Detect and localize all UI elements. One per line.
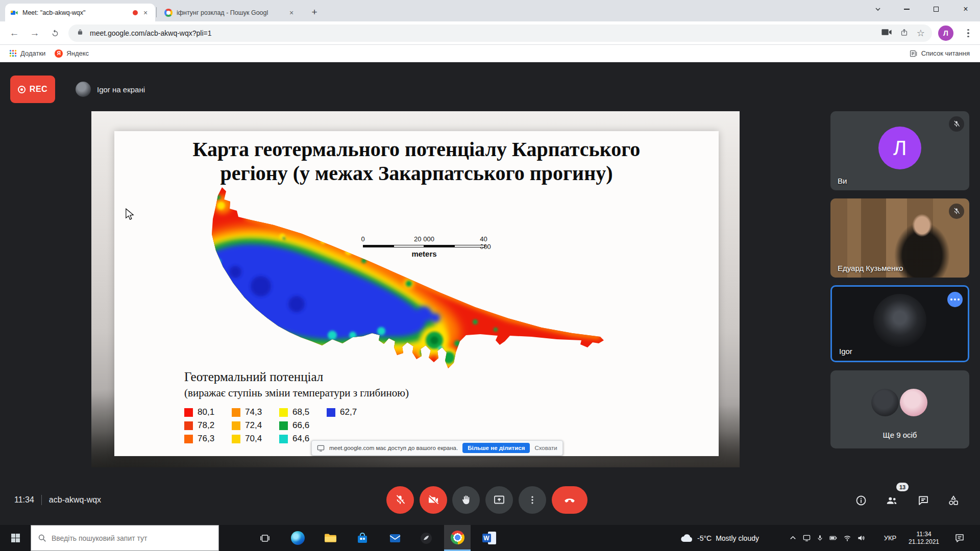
legend-swatch <box>184 435 193 443</box>
screen-icon <box>317 444 325 452</box>
bookmark-yandex[interactable]: Я Яндекс <box>55 49 89 58</box>
tab-search-chevron-icon[interactable] <box>866 0 890 18</box>
bookmark-star-icon[interactable]: ☆ <box>917 29 925 38</box>
window-maximize-button[interactable] <box>924 0 948 18</box>
clock-date: 21.12.2021 <box>909 538 939 546</box>
legend-item: 62,7 <box>327 406 374 419</box>
omnibox[interactable]: ☆ <box>68 24 932 42</box>
folder-icon <box>324 531 337 545</box>
participant-tile-overflow[interactable]: Ще 9 осіб <box>830 370 969 448</box>
url-input[interactable] <box>90 29 877 37</box>
tray-chevron-icon[interactable] <box>789 534 797 542</box>
tab-close-icon[interactable]: × <box>141 8 150 17</box>
legend-title: Геотермальний потенціал <box>184 370 409 384</box>
taskbar-app-word[interactable]: W <box>476 525 502 551</box>
reading-list-icon <box>910 49 918 58</box>
map-legend: Геотермальний потенціал (виражає ступінь… <box>184 370 409 445</box>
participant-count-badge: 13 <box>896 483 909 491</box>
legend-swatch <box>279 408 288 417</box>
raise-hand-button[interactable] <box>452 486 480 514</box>
tab-close-icon[interactable]: × <box>287 8 296 17</box>
display-icon[interactable] <box>802 534 811 542</box>
map-scalebar: 0 20 000 40 000 meters <box>357 235 492 264</box>
forward-icon[interactable]: → <box>28 26 42 40</box>
weather-desc: Mostly cloudy <box>716 534 759 542</box>
tray-mic-icon[interactable] <box>817 534 823 542</box>
new-tab-button[interactable]: + <box>307 5 322 19</box>
dark-app-icon <box>420 532 433 545</box>
hide-banner-button[interactable]: Сховати <box>534 445 557 451</box>
share-icon[interactable] <box>900 28 909 39</box>
screen-share-banner: meet.google.com має доступ до вашого екр… <box>311 440 563 456</box>
camera-in-use-icon[interactable] <box>881 28 892 38</box>
window-minimize-button[interactable] <box>895 0 918 18</box>
scalebar-segments <box>363 245 485 247</box>
taskbar-app-media[interactable] <box>413 525 439 551</box>
stop-sharing-button[interactable]: Більше не ділитися <box>462 443 530 453</box>
word-icon: W <box>482 532 496 544</box>
taskbar-weather[interactable]: -5°C Mostly cloudy <box>680 525 759 551</box>
windows-logo-icon <box>11 533 20 543</box>
language-indicator[interactable]: УКР <box>879 525 901 551</box>
presenter-avatar <box>76 82 91 97</box>
reload-icon[interactable] <box>48 26 62 40</box>
taskbar-app-explorer[interactable] <box>317 525 344 551</box>
edge-icon <box>291 531 305 545</box>
reading-list-button[interactable]: Список читання <box>910 49 970 58</box>
present-screen-button[interactable] <box>485 486 513 514</box>
meeting-details-icon[interactable] <box>854 493 868 508</box>
tab-title: іфнтунг розклад - Пошук Googl <box>177 9 283 16</box>
taskbar-search-input[interactable] <box>52 534 205 542</box>
more-options-button[interactable] <box>519 486 546 514</box>
start-button[interactable] <box>0 525 31 551</box>
taskbar-search[interactable] <box>31 525 219 551</box>
rec-label: REC <box>30 85 47 94</box>
end-call-button[interactable] <box>552 486 587 514</box>
tab-meet[interactable]: Meet: "acb-akwq-wqx" × <box>5 4 155 21</box>
activities-icon[interactable] <box>946 493 961 508</box>
taskbar-app-store[interactable] <box>349 525 376 551</box>
camera-toggle-button[interactable] <box>420 486 447 514</box>
legend-item: 68,5 <box>279 406 327 419</box>
participant-tile-igor[interactable]: Igor <box>830 285 969 362</box>
participant-name: Ви <box>838 177 847 185</box>
taskbar-app-edge[interactable] <box>284 525 311 551</box>
bookmark-apps[interactable]: Додатки <box>9 49 45 57</box>
phone-end-icon <box>563 493 576 507</box>
taskbar-app-mail[interactable] <box>382 525 408 551</box>
legend-swatch <box>327 408 335 417</box>
participant-name: Igor <box>839 347 852 356</box>
tile-more-options-icon[interactable] <box>947 292 963 307</box>
profile-avatar[interactable]: Л <box>938 26 953 41</box>
tab-google-search[interactable]: іфнтунг розклад - Пошук Googl × <box>159 4 301 21</box>
participant-tile-you[interactable]: Л Ви <box>830 111 969 190</box>
window-close-button[interactable]: × <box>954 0 977 18</box>
legend-swatch <box>232 435 240 443</box>
browser-menu-icon[interactable] <box>962 26 975 40</box>
taskbar-app-chrome[interactable] <box>444 525 471 551</box>
google-favicon-icon <box>164 9 173 17</box>
meeting-time: 11:34 <box>14 495 34 505</box>
wifi-icon[interactable] <box>843 534 851 542</box>
mic-toggle-button[interactable] <box>386 486 414 514</box>
speaker-icon[interactable] <box>857 534 865 542</box>
participants-icon[interactable] <box>885 493 899 508</box>
lock-icon[interactable] <box>77 28 84 38</box>
back-icon[interactable]: ← <box>7 26 21 40</box>
action-center-button[interactable] <box>948 525 971 551</box>
meeting-code[interactable]: acb-akwq-wqx <box>49 495 101 505</box>
participant-tile-eduard[interactable]: Едуард Кузьменко <box>830 198 969 278</box>
browser-toolbar: ← → ☆ Л <box>0 21 980 45</box>
meet-app: REC Igor на екрані Карта геотермального … <box>0 62 980 525</box>
legend-grid: 80,1 78,2 76,3 74,3 72,4 70,4 68,5 66,6 … <box>184 406 409 445</box>
recording-badge: REC <box>10 76 55 103</box>
task-view-icon <box>260 533 270 543</box>
task-view-button[interactable] <box>252 525 278 551</box>
presentation-slide: Карта геотермального потенціалу Карпатсь… <box>114 131 719 456</box>
chat-icon[interactable] <box>916 493 930 508</box>
legend-swatch <box>232 421 240 430</box>
taskbar-clock[interactable]: 11:34 21.12.2021 <box>903 525 944 551</box>
yandex-icon: Я <box>55 49 63 58</box>
chrome-icon <box>451 531 464 544</box>
battery-icon[interactable] <box>829 534 838 542</box>
